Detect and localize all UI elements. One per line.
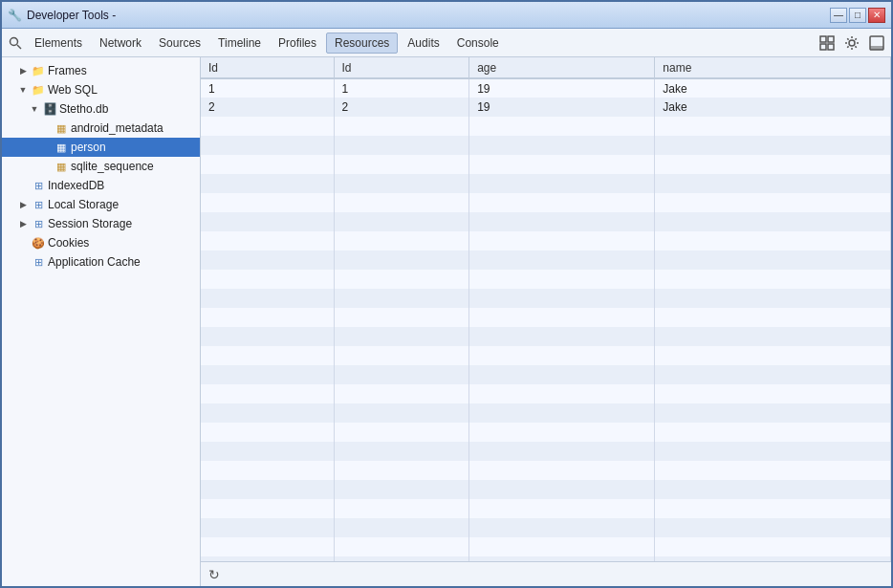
sidebar-item-local-storage[interactable]: ⊞ Local Storage xyxy=(2,195,200,214)
indexeddb-icon: ⊞ xyxy=(32,179,45,192)
close-button[interactable]: ✕ xyxy=(868,8,885,23)
table-row-empty xyxy=(201,499,891,518)
session-storage-label: Session Storage xyxy=(48,217,132,230)
table-row-empty xyxy=(201,212,891,231)
table-row-empty xyxy=(201,289,891,308)
local-storage-label: Local Storage xyxy=(48,198,119,211)
cookies-label: Cookies xyxy=(48,236,89,250)
window-controls: — □ ✕ xyxy=(830,8,885,23)
tab-profiles[interactable]: Profiles xyxy=(271,33,324,54)
tab-audits[interactable]: Audits xyxy=(400,33,446,54)
table-row-empty xyxy=(201,155,891,174)
sidebar-item-frames[interactable]: 📁 Frames xyxy=(2,61,200,80)
table-cell: 1 xyxy=(201,78,334,98)
title-text: Developer Tools - xyxy=(27,9,824,22)
sidebar-item-app-cache[interactable]: ⊞ Application Cache xyxy=(2,252,200,272)
sidebar-item-cookies[interactable]: 🍪 Cookies xyxy=(2,233,200,252)
frames-arrow xyxy=(17,65,29,76)
svg-rect-8 xyxy=(870,46,883,50)
content-area: Id Id age name 1119Jake2219Jake xyxy=(201,57,891,586)
table-row-empty xyxy=(201,403,891,423)
table-cell: 19 xyxy=(469,98,655,117)
table-row[interactable]: 1119Jake xyxy=(201,78,891,98)
table-row-empty xyxy=(201,384,891,403)
minimize-button[interactable]: — xyxy=(830,8,847,23)
table-row-empty xyxy=(201,231,891,250)
main-window: 🔧 Developer Tools - — □ ✕ Elements Netwo… xyxy=(0,0,893,588)
col-id1: Id xyxy=(201,57,334,78)
refresh-button[interactable]: ↻ xyxy=(208,567,220,582)
tab-sources[interactable]: Sources xyxy=(151,33,208,54)
settings-icon[interactable] xyxy=(841,33,862,54)
table-icon: ▦ xyxy=(54,141,68,154)
websql-label: Web SQL xyxy=(48,83,98,97)
session-storage-icon: ⊞ xyxy=(32,217,45,230)
svg-rect-4 xyxy=(820,44,826,50)
sidebar-item-stetho[interactable]: 🗄️ Stetho.db xyxy=(2,99,200,119)
col-name: name xyxy=(655,57,891,78)
table-row-empty xyxy=(201,518,891,537)
local-storage-arrow xyxy=(17,199,29,210)
inspect-icon[interactable] xyxy=(817,33,838,54)
toolbar: Elements Network Sources Timeline Profil… xyxy=(2,29,891,57)
stetho-arrow xyxy=(29,103,40,115)
app-cache-icon: ⊞ xyxy=(32,255,45,269)
sqlite-sequence-label: sqlite_sequence xyxy=(71,160,154,173)
maximize-button[interactable]: □ xyxy=(849,8,866,23)
app-cache-label: Application Cache xyxy=(48,255,141,269)
sidebar: 📁 Frames 📁 Web SQL 🗄️ Stetho.db ▦ androi… xyxy=(2,57,201,586)
table-row-empty xyxy=(201,193,891,212)
table-row-empty xyxy=(201,461,891,480)
tab-elements[interactable]: Elements xyxy=(27,33,90,54)
indexeddb-label: IndexedDB xyxy=(48,179,104,192)
table-row-empty xyxy=(201,308,891,327)
table-row-empty xyxy=(201,327,891,346)
svg-point-6 xyxy=(849,40,855,46)
svg-rect-2 xyxy=(820,36,826,42)
table-row[interactable]: 2219Jake xyxy=(201,98,891,117)
db-icon: 🗄️ xyxy=(43,102,56,116)
col-id2: Id xyxy=(334,57,469,78)
title-icon: 🔧 xyxy=(8,9,21,22)
table-cell: 2 xyxy=(201,98,334,117)
dock-icon[interactable] xyxy=(866,33,887,54)
person-label: person xyxy=(71,141,106,154)
tab-console[interactable]: Console xyxy=(449,33,507,54)
svg-line-1 xyxy=(17,45,21,49)
results-table: Id Id age name 1119Jake2219Jake xyxy=(201,57,891,561)
frames-label: Frames xyxy=(48,64,87,77)
sidebar-item-sqlite-sequence[interactable]: ▦ sqlite_sequence xyxy=(2,157,200,176)
android-metadata-label: android_metadata xyxy=(71,121,163,135)
websql-arrow xyxy=(17,84,29,96)
title-bar: 🔧 Developer Tools - — □ ✕ xyxy=(2,2,891,29)
tab-resources[interactable]: Resources xyxy=(326,33,398,54)
session-storage-arrow xyxy=(17,218,29,229)
tab-timeline[interactable]: Timeline xyxy=(210,33,269,54)
table-cell: 2 xyxy=(334,98,469,117)
table-cell: Jake xyxy=(655,98,891,117)
tab-network[interactable]: Network xyxy=(92,33,149,54)
table-row-empty xyxy=(201,442,891,461)
cookies-icon: 🍪 xyxy=(32,236,45,250)
svg-rect-3 xyxy=(828,36,834,42)
table-row-empty xyxy=(201,174,891,193)
local-storage-icon: ⊞ xyxy=(32,198,45,211)
sidebar-item-websql[interactable]: 📁 Web SQL xyxy=(2,80,200,99)
folder-icon: 📁 xyxy=(32,83,45,97)
table-row-empty xyxy=(201,270,891,289)
sidebar-item-indexeddb[interactable]: ⊞ IndexedDB xyxy=(2,176,200,195)
table-row-empty xyxy=(201,365,891,384)
folder-icon: 📁 xyxy=(32,64,45,77)
table-row-empty xyxy=(201,346,891,365)
table-header-row: Id Id age name xyxy=(201,57,891,78)
sidebar-item-android-metadata[interactable]: ▦ android_metadata xyxy=(2,119,200,138)
search-icon[interactable] xyxy=(6,33,25,53)
sidebar-item-person[interactable]: ▦ person xyxy=(2,138,200,157)
table-cell: 1 xyxy=(334,78,469,98)
main-content: 📁 Frames 📁 Web SQL 🗄️ Stetho.db ▦ androi… xyxy=(2,57,891,586)
toolbar-right xyxy=(817,33,887,54)
table-cell: Jake xyxy=(655,78,891,98)
col-age: age xyxy=(469,57,655,78)
sidebar-item-session-storage[interactable]: ⊞ Session Storage xyxy=(2,214,200,233)
svg-rect-5 xyxy=(828,44,834,50)
